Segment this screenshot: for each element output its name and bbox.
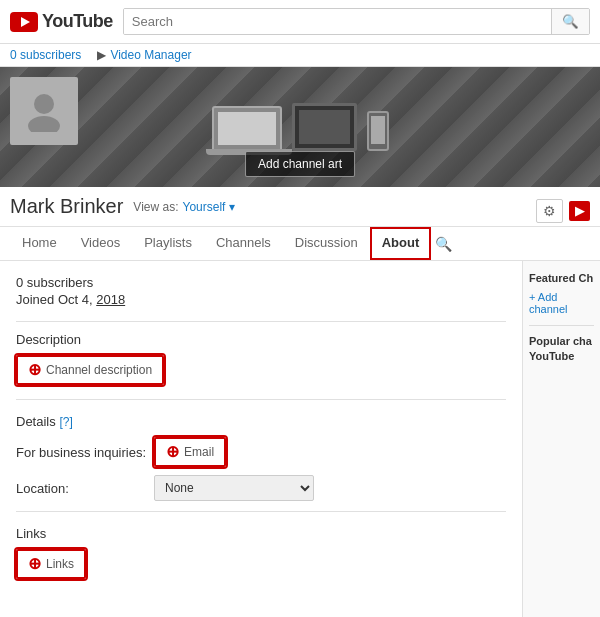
channel-header: Mark Brinker View as: Yourself ▾ ⚙ ▶ bbox=[0, 187, 600, 227]
tab-videos[interactable]: Videos bbox=[69, 227, 133, 260]
tv-icon bbox=[292, 103, 357, 151]
email-plus-icon: ⊕ bbox=[166, 444, 179, 460]
featured-channels-title: Featured Ch bbox=[529, 271, 594, 285]
email-label: Email bbox=[184, 445, 214, 459]
links-btn-label: Links bbox=[46, 557, 74, 571]
joined-year: 2018 bbox=[96, 292, 125, 307]
plus-icon: ⊕ bbox=[28, 362, 41, 378]
svg-point-2 bbox=[34, 94, 54, 114]
logo-area: YouTube bbox=[10, 11, 113, 32]
divider-1 bbox=[16, 321, 506, 322]
links-button[interactable]: ⊕ Links bbox=[16, 549, 86, 579]
main-content: 0 subscribers Joined Oct 4, 2018 Descrip… bbox=[0, 261, 600, 617]
about-joined: Joined Oct 4, 2018 bbox=[16, 292, 506, 307]
tab-playlists[interactable]: Playlists bbox=[132, 227, 204, 260]
about-panel: 0 subscribers Joined Oct 4, 2018 Descrip… bbox=[0, 261, 522, 617]
channel-banner: Add channel art bbox=[0, 67, 600, 187]
location-select[interactable]: None bbox=[154, 475, 314, 501]
popular-sub: YouTube bbox=[529, 350, 574, 362]
search-bar: 🔍 bbox=[123, 8, 590, 35]
avatar-icon bbox=[22, 88, 66, 135]
settings-button[interactable]: ⚙ bbox=[536, 199, 563, 223]
add-channel-link[interactable]: + Add channel bbox=[529, 291, 594, 315]
right-panel: Featured Ch + Add channel Popular cha Yo… bbox=[522, 261, 600, 617]
divider-3 bbox=[16, 511, 506, 512]
tab-home[interactable]: Home bbox=[10, 227, 69, 260]
nav-tabs: Home Videos Playlists Channels Discussio… bbox=[0, 227, 600, 261]
tab-channels[interactable]: Channels bbox=[204, 227, 283, 260]
details-label: Details [?] bbox=[16, 414, 506, 429]
business-inquiries-label: For business inquiries: bbox=[16, 445, 146, 460]
email-button[interactable]: ⊕ Email bbox=[154, 437, 226, 467]
popular-channels-title: Popular cha YouTube bbox=[529, 334, 594, 363]
laptop-icon bbox=[212, 106, 282, 151]
view-as-label: View as: bbox=[133, 200, 178, 214]
description-label: Description bbox=[16, 332, 506, 347]
youtube-channel-button[interactable]: ▶ bbox=[569, 201, 590, 221]
tab-about[interactable]: About bbox=[370, 227, 432, 260]
about-subscribers: 0 subscribers bbox=[16, 275, 506, 290]
links-plus-icon: ⊕ bbox=[28, 556, 41, 572]
tab-discussion[interactable]: Discussion bbox=[283, 227, 370, 260]
phone-icon bbox=[367, 111, 389, 151]
details-text: Details bbox=[16, 414, 56, 429]
joined-text: Joined Oct 4, bbox=[16, 292, 93, 307]
add-channel-art-button[interactable]: Add channel art bbox=[245, 151, 355, 177]
search-input[interactable] bbox=[124, 9, 551, 34]
channel-description-button[interactable]: ⊕ Channel description bbox=[16, 355, 164, 385]
view-as-select[interactable]: Yourself ▾ bbox=[183, 200, 235, 214]
right-divider bbox=[529, 325, 594, 326]
sub-header: 0 subscribers ▶ Video Manager bbox=[0, 44, 600, 67]
location-row: Location: None bbox=[16, 475, 506, 501]
video-manager-icon: ▶ bbox=[97, 48, 106, 62]
banner-devices bbox=[212, 103, 389, 151]
location-label: Location: bbox=[16, 481, 146, 496]
header: YouTube 🔍 bbox=[0, 0, 600, 44]
avatar bbox=[10, 77, 78, 145]
nav-search-icon[interactable]: 🔍 bbox=[435, 236, 452, 252]
subscribers-link[interactable]: 0 subscribers bbox=[10, 48, 81, 62]
channel-icons: ⚙ ▶ bbox=[536, 195, 590, 223]
video-manager-area: ▶ Video Manager bbox=[97, 48, 191, 62]
business-inquiries-row: For business inquiries: ⊕ Email bbox=[16, 437, 506, 467]
video-manager-link[interactable]: Video Manager bbox=[110, 48, 191, 62]
details-help-link[interactable]: [?] bbox=[59, 415, 72, 429]
youtube-logo-icon bbox=[10, 12, 38, 32]
divider-2 bbox=[16, 399, 506, 400]
popular-label: Popular cha bbox=[529, 335, 592, 347]
links-label: Links bbox=[16, 526, 506, 541]
logo-text: YouTube bbox=[42, 11, 113, 32]
svg-point-3 bbox=[28, 116, 60, 132]
channel-description-label: Channel description bbox=[46, 363, 152, 377]
search-button[interactable]: 🔍 bbox=[551, 9, 589, 34]
details-section: Details [?] For business inquiries: ⊕ Em… bbox=[16, 414, 506, 501]
view-as: View as: Yourself ▾ bbox=[133, 200, 234, 214]
channel-name-area: Mark Brinker View as: Yourself ▾ bbox=[10, 195, 235, 226]
links-section: Links ⊕ Links bbox=[16, 526, 506, 579]
channel-name: Mark Brinker bbox=[10, 195, 123, 218]
